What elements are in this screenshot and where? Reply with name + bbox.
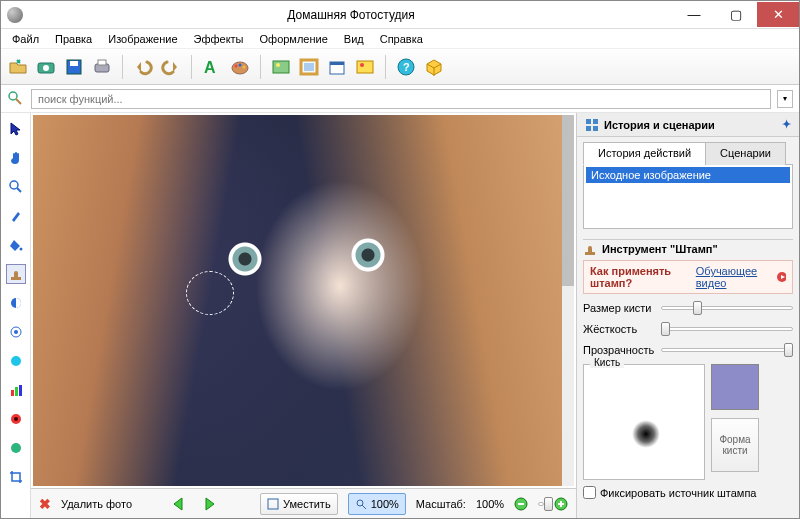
fill-icon[interactable] bbox=[6, 235, 26, 255]
next-button[interactable] bbox=[200, 496, 220, 512]
zoom-slider[interactable] bbox=[538, 496, 544, 512]
stamp-icon[interactable] bbox=[6, 264, 26, 284]
svg-rect-48 bbox=[593, 126, 598, 131]
menu-effects[interactable]: Эффекты bbox=[187, 31, 251, 47]
box-icon[interactable] bbox=[423, 56, 445, 78]
healbrush-icon[interactable] bbox=[6, 438, 26, 458]
right-panel: История и сценарии ✦ История действий Сц… bbox=[576, 113, 799, 518]
frame-icon[interactable] bbox=[298, 56, 320, 78]
print-icon[interactable] bbox=[91, 56, 113, 78]
menu-design[interactable]: Оформление bbox=[253, 31, 335, 47]
svg-point-9 bbox=[239, 63, 242, 66]
tool-title: Инструмент "Штамп" bbox=[602, 243, 718, 255]
tab-scenarios[interactable]: Сценарии bbox=[705, 142, 786, 165]
blur-icon[interactable] bbox=[6, 322, 26, 342]
svg-rect-32 bbox=[15, 387, 18, 396]
vertical-scrollbar[interactable] bbox=[562, 115, 574, 486]
menu-file[interactable]: Файл bbox=[5, 31, 46, 47]
brush-icon[interactable] bbox=[6, 206, 26, 226]
zoom-out-icon[interactable] bbox=[514, 497, 528, 511]
svg-point-30 bbox=[11, 356, 21, 366]
calendar-icon[interactable] bbox=[326, 56, 348, 78]
zoom-100-button[interactable]: 100% bbox=[348, 493, 406, 515]
size-slider[interactable] bbox=[661, 300, 793, 316]
hardness-label: Жёсткость bbox=[583, 323, 653, 335]
contrast-icon[interactable] bbox=[6, 293, 26, 313]
scale-value: 100% bbox=[476, 498, 504, 510]
help-icon[interactable]: ? bbox=[395, 56, 417, 78]
svg-point-35 bbox=[14, 417, 18, 421]
palette-icon[interactable] bbox=[229, 56, 251, 78]
search-icon bbox=[7, 90, 25, 108]
crop-icon[interactable] bbox=[6, 467, 26, 487]
svg-line-39 bbox=[362, 505, 366, 509]
svg-rect-3 bbox=[70, 61, 78, 66]
svg-line-24 bbox=[17, 188, 21, 192]
svg-rect-49 bbox=[585, 252, 595, 255]
menu-view[interactable]: Вид bbox=[337, 31, 371, 47]
zoom-icon[interactable] bbox=[6, 177, 26, 197]
svg-rect-5 bbox=[98, 60, 106, 65]
tab-history[interactable]: История действий bbox=[583, 142, 706, 165]
redo-icon[interactable] bbox=[160, 56, 182, 78]
collapse-icon[interactable]: ✦ bbox=[782, 118, 791, 131]
open-icon[interactable] bbox=[7, 56, 29, 78]
image-icon[interactable] bbox=[270, 56, 292, 78]
svg-rect-16 bbox=[330, 62, 344, 65]
tutorial-link[interactable]: Обучающее видео bbox=[696, 265, 773, 289]
camera-icon[interactable] bbox=[35, 56, 57, 78]
save-icon[interactable] bbox=[63, 56, 85, 78]
svg-rect-31 bbox=[11, 390, 14, 396]
menu-image[interactable]: Изображение bbox=[101, 31, 184, 47]
search-input[interactable] bbox=[31, 89, 771, 109]
menu-help[interactable]: Справка bbox=[373, 31, 430, 47]
levels-icon[interactable] bbox=[6, 380, 26, 400]
tutorial-bar: Как применять штамп? Обучающее видео bbox=[583, 260, 793, 294]
history-icon bbox=[585, 118, 599, 132]
svg-text:?: ? bbox=[403, 61, 410, 73]
selection-marquee bbox=[186, 271, 234, 315]
svg-point-10 bbox=[243, 65, 246, 68]
menu-edit[interactable]: Правка bbox=[48, 31, 99, 47]
text-icon[interactable]: A bbox=[201, 56, 223, 78]
minimize-button[interactable]: — bbox=[673, 2, 715, 27]
undo-icon[interactable] bbox=[132, 56, 154, 78]
history-list[interactable]: Исходное изображение bbox=[583, 165, 793, 229]
stamp-small-icon bbox=[583, 242, 597, 256]
svg-rect-37 bbox=[268, 499, 278, 509]
svg-rect-26 bbox=[11, 277, 21, 280]
history-panel-title: История и сценарии bbox=[604, 119, 715, 131]
delete-icon[interactable]: ✖ bbox=[39, 496, 51, 512]
svg-point-18 bbox=[360, 63, 364, 67]
history-item[interactable]: Исходное изображение bbox=[586, 167, 790, 183]
delete-photo-button[interactable]: Удалить фото bbox=[61, 498, 132, 510]
svg-point-1 bbox=[43, 65, 49, 71]
pointer-icon[interactable] bbox=[6, 119, 26, 139]
opacity-label: Прозрачность bbox=[583, 344, 653, 356]
side-toolbar bbox=[1, 113, 31, 518]
hand-icon[interactable] bbox=[6, 148, 26, 168]
fixate-checkbox[interactable] bbox=[583, 486, 596, 499]
app-icon bbox=[7, 7, 23, 23]
close-button[interactable]: ✕ bbox=[757, 2, 799, 27]
hardness-slider[interactable] bbox=[661, 321, 793, 337]
zoom-in-icon[interactable] bbox=[554, 497, 568, 511]
canvas[interactable] bbox=[33, 115, 562, 486]
color-swatch[interactable] bbox=[711, 364, 759, 410]
maximize-button[interactable]: ▢ bbox=[715, 2, 757, 27]
opacity-slider[interactable] bbox=[661, 342, 793, 358]
brush-shape-button[interactable]: Форма кисти bbox=[711, 418, 759, 472]
svg-rect-17 bbox=[357, 61, 373, 73]
search-dropdown[interactable]: ▾ bbox=[777, 90, 793, 108]
redeye-icon[interactable] bbox=[6, 409, 26, 429]
play-icon bbox=[776, 271, 786, 283]
title-bar: Домашняя Фотостудия — ▢ ✕ bbox=[1, 1, 799, 29]
svg-rect-46 bbox=[593, 119, 598, 124]
prev-button[interactable] bbox=[170, 496, 190, 512]
collage-icon[interactable] bbox=[354, 56, 376, 78]
svg-point-21 bbox=[9, 92, 17, 100]
svg-point-23 bbox=[10, 181, 18, 189]
sharpen-icon[interactable] bbox=[6, 351, 26, 371]
fixate-label: Фиксировать источник штампа bbox=[600, 487, 757, 499]
fit-button[interactable]: Уместить bbox=[260, 493, 338, 515]
